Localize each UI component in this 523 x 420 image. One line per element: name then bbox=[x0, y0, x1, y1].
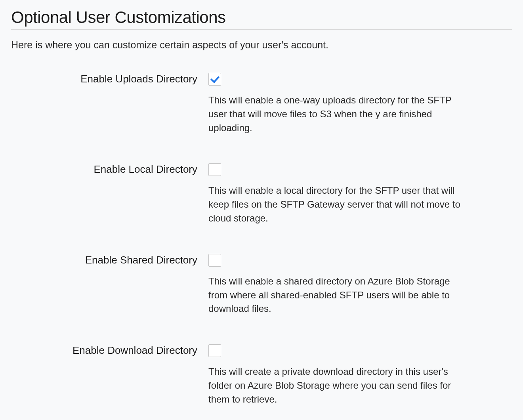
label-col: Enable Download Directory bbox=[11, 344, 208, 357]
option-row-shared: Enable Shared Directory This will enable… bbox=[11, 254, 512, 316]
help-download: This will create a private download dire… bbox=[208, 365, 466, 406]
checkbox-uploads[interactable] bbox=[208, 73, 221, 86]
help-shared: This will enable a shared directory on A… bbox=[208, 275, 466, 316]
label-col: Enable Local Directory bbox=[11, 163, 208, 176]
checkbox-download[interactable] bbox=[208, 344, 221, 357]
control-col: This will create a private download dire… bbox=[208, 344, 466, 406]
checkbox-shared[interactable] bbox=[208, 254, 221, 267]
label-local: Enable Local Directory bbox=[94, 163, 197, 175]
control-col: This will enable a local directory for t… bbox=[208, 163, 466, 225]
page-intro: Here is where you can customize certain … bbox=[11, 39, 512, 51]
help-uploads: This will enable a one-way uploads direc… bbox=[208, 94, 466, 135]
control-col: This will enable a one-way uploads direc… bbox=[208, 73, 466, 135]
label-uploads: Enable Uploads Directory bbox=[80, 73, 197, 85]
option-row-download: Enable Download Directory This will crea… bbox=[11, 344, 512, 406]
label-col: Enable Uploads Directory bbox=[11, 73, 208, 85]
control-col: This will enable a shared directory on A… bbox=[208, 254, 466, 316]
option-row-uploads: Enable Uploads Directory This will enabl… bbox=[11, 73, 512, 135]
help-local: This will enable a local directory for t… bbox=[208, 184, 466, 225]
label-shared: Enable Shared Directory bbox=[85, 254, 197, 266]
checkbox-local[interactable] bbox=[208, 163, 221, 176]
label-col: Enable Shared Directory bbox=[11, 254, 208, 266]
option-row-local: Enable Local Directory This will enable … bbox=[11, 163, 512, 225]
label-download: Enable Download Directory bbox=[73, 344, 197, 356]
customizations-form: Enable Uploads Directory This will enabl… bbox=[11, 73, 512, 407]
page-title: Optional User Customizations bbox=[11, 8, 512, 30]
